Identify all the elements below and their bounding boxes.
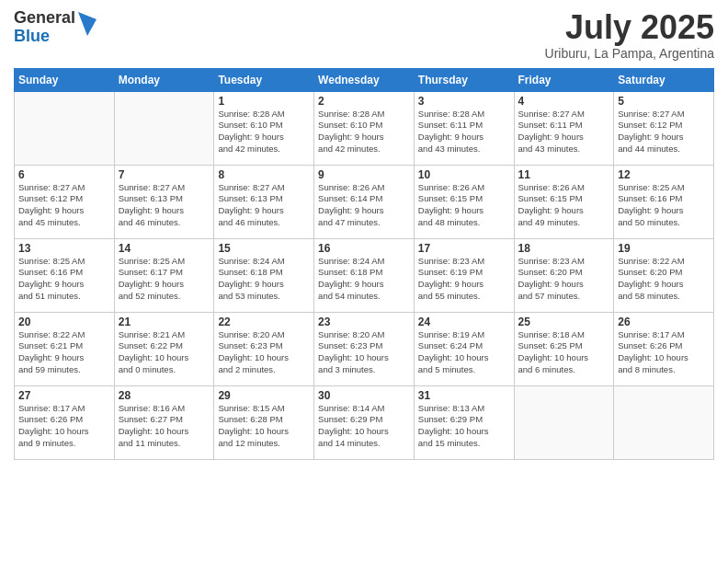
day-info: Sunrise: 8:26 AM Sunset: 6:15 PM Dayligh… [518, 182, 610, 229]
day-number: 4 [518, 95, 610, 108]
day-number: 7 [119, 168, 210, 181]
table-row [614, 385, 714, 459]
table-row: 20Sunrise: 8:22 AM Sunset: 6:21 PM Dayli… [15, 312, 115, 385]
table-row [114, 91, 214, 165]
calendar-week-row: 1Sunrise: 8:28 AM Sunset: 6:10 PM Daylig… [15, 91, 714, 165]
calendar-page: General Blue July 2025 Uriburu, La Pampa… [0, 0, 728, 563]
calendar-week-row: 6Sunrise: 8:27 AM Sunset: 6:12 PM Daylig… [15, 165, 714, 238]
calendar-week-row: 27Sunrise: 8:17 AM Sunset: 6:26 PM Dayli… [15, 385, 714, 459]
table-row: 7Sunrise: 8:27 AM Sunset: 6:13 PM Daylig… [114, 165, 214, 238]
title-area: July 2025 Uriburu, La Pampa, Argentina [545, 9, 714, 61]
table-row: 6Sunrise: 8:27 AM Sunset: 6:12 PM Daylig… [15, 165, 115, 238]
col-monday: Monday [114, 68, 214, 91]
day-number: 24 [418, 316, 510, 328]
day-number: 26 [618, 316, 710, 328]
calendar-table: Sunday Monday Tuesday Wednesday Thursday… [14, 68, 714, 460]
day-info: Sunrise: 8:22 AM Sunset: 6:20 PM Dayligh… [618, 256, 710, 303]
calendar-week-row: 13Sunrise: 8:25 AM Sunset: 6:16 PM Dayli… [15, 238, 714, 312]
day-number: 1 [218, 95, 310, 108]
table-row: 30Sunrise: 8:14 AM Sunset: 6:29 PM Dayli… [314, 385, 415, 459]
day-number: 20 [18, 316, 110, 328]
header: General Blue July 2025 Uriburu, La Pampa… [14, 9, 714, 61]
col-tuesday: Tuesday [214, 68, 314, 91]
table-row: 10Sunrise: 8:26 AM Sunset: 6:15 PM Dayli… [414, 165, 514, 238]
day-number: 22 [218, 316, 310, 328]
table-row: 26Sunrise: 8:17 AM Sunset: 6:26 PM Dayli… [614, 312, 714, 385]
day-number: 6 [18, 168, 110, 181]
day-number: 9 [318, 168, 410, 181]
day-number: 17 [418, 242, 510, 255]
day-info: Sunrise: 8:27 AM Sunset: 6:13 PM Dayligh… [119, 182, 210, 229]
day-number: 2 [318, 95, 410, 108]
day-info: Sunrise: 8:17 AM Sunset: 6:26 PM Dayligh… [18, 403, 110, 450]
day-info: Sunrise: 8:18 AM Sunset: 6:25 PM Dayligh… [518, 329, 610, 376]
day-number: 31 [418, 389, 510, 402]
day-info: Sunrise: 8:20 AM Sunset: 6:23 PM Dayligh… [218, 329, 310, 376]
month-title: July 2025 [545, 9, 714, 46]
table-row: 18Sunrise: 8:23 AM Sunset: 6:20 PM Dayli… [514, 238, 614, 312]
day-info: Sunrise: 8:20 AM Sunset: 6:23 PM Dayligh… [318, 329, 410, 376]
table-row: 4Sunrise: 8:27 AM Sunset: 6:11 PM Daylig… [514, 91, 614, 165]
day-info: Sunrise: 8:13 AM Sunset: 6:29 PM Dayligh… [418, 403, 510, 450]
calendar-week-row: 20Sunrise: 8:22 AM Sunset: 6:21 PM Dayli… [15, 312, 714, 385]
table-row: 11Sunrise: 8:26 AM Sunset: 6:15 PM Dayli… [514, 165, 614, 238]
table-row: 2Sunrise: 8:28 AM Sunset: 6:10 PM Daylig… [314, 91, 415, 165]
table-row: 31Sunrise: 8:13 AM Sunset: 6:29 PM Dayli… [414, 385, 514, 459]
day-number: 8 [218, 168, 310, 181]
day-number: 11 [518, 168, 610, 181]
table-row: 8Sunrise: 8:27 AM Sunset: 6:13 PM Daylig… [214, 165, 314, 238]
table-row: 17Sunrise: 8:23 AM Sunset: 6:19 PM Dayli… [414, 238, 514, 312]
day-number: 21 [119, 316, 210, 328]
day-info: Sunrise: 8:22 AM Sunset: 6:21 PM Dayligh… [18, 329, 110, 376]
day-number: 15 [218, 242, 310, 255]
day-info: Sunrise: 8:24 AM Sunset: 6:18 PM Dayligh… [218, 256, 310, 303]
table-row: 16Sunrise: 8:24 AM Sunset: 6:18 PM Dayli… [314, 238, 415, 312]
table-row: 24Sunrise: 8:19 AM Sunset: 6:24 PM Dayli… [414, 312, 514, 385]
day-info: Sunrise: 8:28 AM Sunset: 6:10 PM Dayligh… [318, 109, 410, 155]
day-info: Sunrise: 8:27 AM Sunset: 6:13 PM Dayligh… [218, 182, 310, 229]
day-number: 28 [119, 389, 210, 402]
day-info: Sunrise: 8:27 AM Sunset: 6:12 PM Dayligh… [618, 109, 710, 155]
day-number: 18 [518, 242, 610, 255]
day-number: 14 [119, 242, 210, 255]
table-row [15, 91, 115, 165]
day-number: 3 [418, 95, 510, 108]
table-row: 27Sunrise: 8:17 AM Sunset: 6:26 PM Dayli… [15, 385, 115, 459]
col-friday: Friday [514, 68, 614, 91]
table-row: 21Sunrise: 8:21 AM Sunset: 6:22 PM Dayli… [114, 312, 214, 385]
day-info: Sunrise: 8:25 AM Sunset: 6:16 PM Dayligh… [18, 256, 110, 303]
col-sunday: Sunday [15, 68, 115, 91]
day-info: Sunrise: 8:19 AM Sunset: 6:24 PM Dayligh… [418, 329, 510, 376]
day-info: Sunrise: 8:28 AM Sunset: 6:11 PM Dayligh… [418, 109, 510, 155]
svg-marker-0 [78, 12, 97, 36]
logo: General Blue [14, 9, 97, 46]
table-row: 13Sunrise: 8:25 AM Sunset: 6:16 PM Dayli… [15, 238, 115, 312]
logo-icon [78, 12, 97, 36]
table-row: 12Sunrise: 8:25 AM Sunset: 6:16 PM Dayli… [614, 165, 714, 238]
day-info: Sunrise: 8:15 AM Sunset: 6:28 PM Dayligh… [218, 403, 310, 450]
day-number: 29 [218, 389, 310, 402]
day-number: 19 [618, 242, 710, 255]
day-info: Sunrise: 8:16 AM Sunset: 6:27 PM Dayligh… [119, 403, 210, 450]
day-info: Sunrise: 8:21 AM Sunset: 6:22 PM Dayligh… [119, 329, 210, 376]
subtitle: Uriburu, La Pampa, Argentina [545, 46, 714, 61]
table-row: 14Sunrise: 8:25 AM Sunset: 6:17 PM Dayli… [114, 238, 214, 312]
calendar-header-row: Sunday Monday Tuesday Wednesday Thursday… [15, 68, 714, 91]
table-row: 28Sunrise: 8:16 AM Sunset: 6:27 PM Dayli… [114, 385, 214, 459]
day-number: 30 [318, 389, 410, 402]
col-thursday: Thursday [414, 68, 514, 91]
col-saturday: Saturday [614, 68, 714, 91]
table-row: 22Sunrise: 8:20 AM Sunset: 6:23 PM Dayli… [214, 312, 314, 385]
table-row: 3Sunrise: 8:28 AM Sunset: 6:11 PM Daylig… [414, 91, 514, 165]
day-info: Sunrise: 8:27 AM Sunset: 6:12 PM Dayligh… [18, 182, 110, 229]
day-info: Sunrise: 8:26 AM Sunset: 6:14 PM Dayligh… [318, 182, 410, 229]
day-number: 16 [318, 242, 410, 255]
table-row: 25Sunrise: 8:18 AM Sunset: 6:25 PM Dayli… [514, 312, 614, 385]
logo-text: General Blue [14, 9, 75, 46]
logo-blue: Blue [14, 28, 75, 46]
day-info: Sunrise: 8:27 AM Sunset: 6:11 PM Dayligh… [518, 109, 610, 155]
day-number: 13 [18, 242, 110, 255]
table-row: 9Sunrise: 8:26 AM Sunset: 6:14 PM Daylig… [314, 165, 415, 238]
day-info: Sunrise: 8:25 AM Sunset: 6:17 PM Dayligh… [119, 256, 210, 303]
day-info: Sunrise: 8:23 AM Sunset: 6:19 PM Dayligh… [418, 256, 510, 303]
